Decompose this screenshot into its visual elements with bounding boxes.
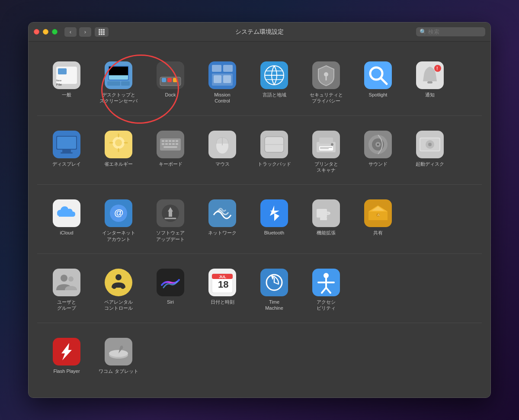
pref-sharing[interactable]: ⚠ 共有: [352, 195, 404, 247]
display-label: ディスプレイ: [52, 161, 81, 167]
pref-internet[interactable]: @ インターネットアカウント: [93, 195, 144, 247]
section-personal: File New 一般: [37, 50, 482, 116]
svg-rect-3: [99, 31, 100, 33]
network-label: ネットワーク: [208, 230, 237, 236]
pref-language[interactable]: 言語と地域: [248, 57, 300, 109]
pref-accessibility[interactable]: アクセシビリティ: [300, 264, 352, 316]
printer-label: プリンタとスキャナ: [314, 161, 338, 173]
forward-button[interactable]: ›: [79, 27, 91, 37]
svg-rect-79: [319, 138, 333, 144]
extensions-icon: [312, 199, 340, 227]
startup-icon: [416, 131, 444, 158]
search-bar[interactable]: 🔍: [416, 27, 485, 36]
svg-rect-48: [57, 137, 76, 149]
traffic-lights: [34, 29, 58, 35]
pref-wacom[interactable]: ワコム タブレット: [93, 333, 144, 378]
svg-rect-105: [317, 209, 327, 218]
svg-rect-64: [176, 140, 178, 142]
svg-rect-68: [172, 143, 175, 145]
flashplayer-icon: [53, 338, 80, 365]
svg-rect-0: [99, 29, 100, 31]
maximize-button[interactable]: [52, 29, 58, 35]
svg-rect-81: [320, 147, 332, 148]
pref-siri[interactable]: Siri: [144, 264, 196, 316]
section-other: Flash Player ワコム タブレット: [37, 327, 482, 385]
pref-dock[interactable]: Dock: [144, 57, 196, 109]
timemachine-icon: [260, 269, 288, 296]
section-system: ユーザとグループ ペアレンタルコントロール: [37, 257, 482, 323]
security-icon: [312, 61, 340, 89]
pref-display[interactable]: ディスプレイ: [41, 126, 93, 178]
grid-button[interactable]: [95, 27, 109, 37]
pref-spotlight[interactable]: Spotlight: [352, 57, 404, 109]
pref-users[interactable]: ユーザとグループ: [41, 264, 93, 316]
pref-flashplayer[interactable]: Flash Player: [41, 333, 93, 378]
back-button[interactable]: ‹: [64, 27, 77, 37]
svg-rect-67: [169, 143, 171, 145]
section-internet: iCloud @ インターネットアカウント: [37, 188, 482, 254]
notification-label: 通知: [425, 92, 435, 98]
pref-icloud[interactable]: iCloud: [41, 195, 93, 247]
pref-startup[interactable]: 起動ディスク: [404, 126, 456, 178]
internet-icon: @: [105, 199, 132, 227]
svg-rect-50: [61, 152, 73, 154]
mission-label: MissionControl: [214, 92, 230, 104]
mouse-label: マウス: [215, 161, 230, 167]
svg-point-111: [61, 275, 67, 282]
svg-rect-66: [165, 143, 168, 145]
pref-keyboard[interactable]: キーボード: [144, 126, 196, 178]
section4-grid: ユーザとグループ ペアレンタルコントロール: [41, 264, 478, 316]
energy-icon: [105, 131, 132, 158]
users-label: ユーザとグループ: [57, 299, 76, 311]
pref-parental[interactable]: ペアレンタルコントロール: [93, 264, 144, 316]
pref-software[interactable]: ソフトウェアアップデート: [144, 195, 196, 247]
svg-point-116: [121, 285, 125, 289]
general-icon: File New: [53, 61, 80, 89]
svg-rect-22: [162, 78, 166, 82]
parental-icon: [105, 269, 132, 296]
general-label: 一般: [62, 92, 71, 98]
svg-rect-60: [162, 140, 164, 142]
search-icon: 🔍: [420, 29, 426, 35]
svg-point-83: [331, 143, 333, 146]
bluetooth-icon: [260, 199, 288, 227]
pref-bluetooth[interactable]: Bluetooth: [248, 195, 300, 247]
pref-general[interactable]: File New 一般: [41, 57, 93, 109]
mission-icon: [208, 61, 236, 89]
bluetooth-label: Bluetooth: [264, 230, 284, 236]
datetime-label: 日付と時刻: [211, 299, 234, 305]
wacom-icon: [105, 338, 132, 365]
icloud-label: iCloud: [60, 230, 73, 236]
close-button[interactable]: [34, 29, 39, 35]
pref-mouse[interactable]: マウス: [196, 126, 248, 178]
pref-sound[interactable]: サウンド: [352, 126, 404, 178]
pref-desktop[interactable]: デスクトップとスクリーンセーバ: [93, 57, 144, 109]
trackpad-icon: [260, 131, 288, 158]
pref-notification[interactable]: ! 通知: [404, 57, 456, 109]
pref-timemachine[interactable]: TimeMachine: [248, 264, 300, 316]
pref-datetime[interactable]: JUL 18 日付と時刻: [196, 264, 248, 316]
svg-rect-110: [53, 269, 80, 296]
extensions-label: 機能拡張: [317, 230, 336, 236]
search-input[interactable]: [428, 29, 482, 35]
trackpad-label: トラックパッド: [258, 161, 291, 167]
pref-security[interactable]: セキュリティとプライバシー: [300, 57, 352, 109]
pref-extensions[interactable]: 機能拡張: [300, 195, 352, 247]
svg-point-37: [324, 72, 328, 77]
pref-mission[interactable]: MissionControl: [196, 57, 248, 109]
minimize-button[interactable]: [43, 29, 48, 35]
pref-trackpad[interactable]: トラックパッド: [248, 126, 300, 178]
notification-icon: !: [416, 61, 444, 89]
pref-network[interactable]: ネットワーク: [196, 195, 248, 247]
timemachine-label: TimeMachine: [265, 299, 283, 311]
pref-printer[interactable]: プリンタとスキャナ: [300, 126, 352, 178]
preferences-content: File New 一般: [29, 42, 490, 398]
section5-grid: Flash Player ワコム タブレット: [41, 333, 478, 378]
svg-text:JUL: JUL: [219, 275, 227, 279]
svg-point-115: [112, 285, 116, 289]
svg-rect-6: [99, 33, 100, 35]
siri-icon: [157, 269, 184, 296]
sound-icon: [364, 131, 392, 158]
pref-energy[interactable]: 省エネルギー: [93, 126, 144, 178]
network-icon: [208, 199, 236, 227]
